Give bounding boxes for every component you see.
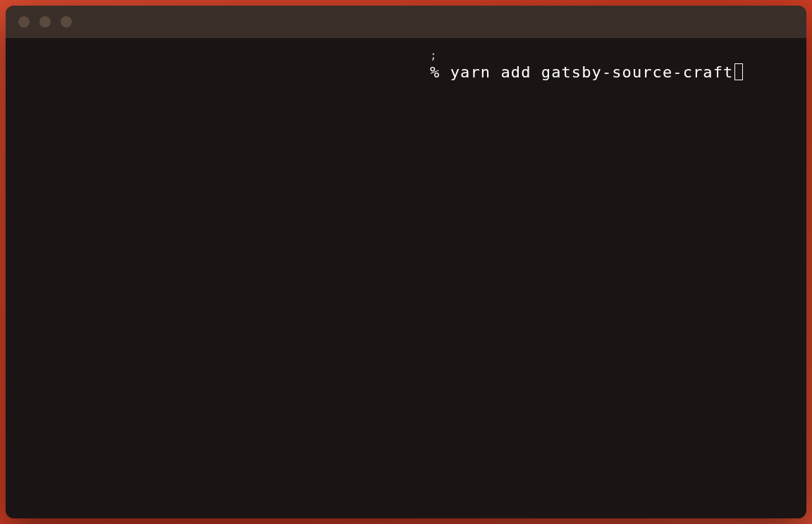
minimize-button[interactable] (39, 16, 51, 27)
maximize-button[interactable] (61, 16, 72, 27)
terminal-artifact-line: ; (430, 52, 789, 62)
window-titlebar[interactable] (6, 6, 806, 38)
terminal-prompt-line: % yarn add gatsby-source-craft (430, 62, 789, 83)
close-button[interactable] (18, 16, 30, 27)
terminal-viewport[interactable]: ; % yarn add gatsby-source-craft (6, 38, 806, 518)
command-input-text[interactable]: yarn add gatsby-source-craft (450, 62, 734, 83)
terminal-window: ; % yarn add gatsby-source-craft (6, 6, 806, 518)
prompt-symbol: % (430, 62, 440, 83)
cursor-icon (734, 63, 743, 80)
artifact-character: ; (430, 48, 438, 63)
